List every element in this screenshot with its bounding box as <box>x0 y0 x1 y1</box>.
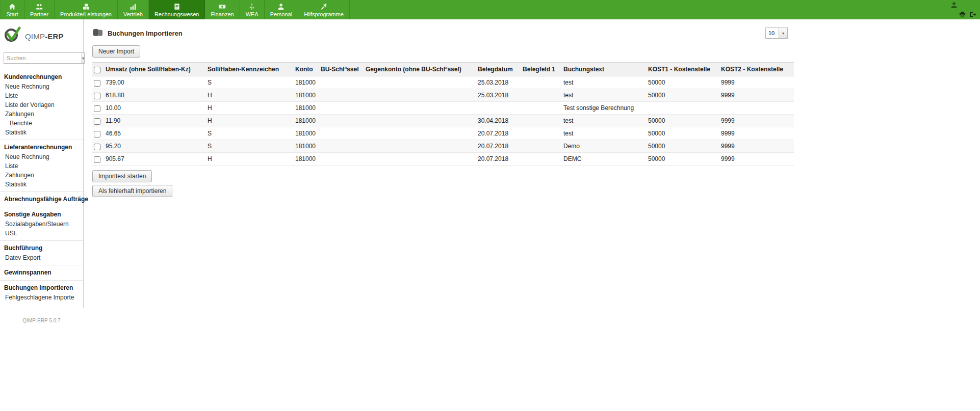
row-checkbox[interactable] <box>94 118 100 125</box>
sidebar-item-neue-rechnung[interactable]: Neue Rechnung <box>0 82 83 91</box>
version-label: QIMP-ERP 5.0.7 <box>0 318 83 323</box>
row-checkbox[interactable] <box>94 80 100 87</box>
sidebar-item-buchungen-importieren[interactable]: Buchungen Importieren <box>0 282 83 293</box>
sidebar-item-buchfuhrung[interactable]: Buchführung <box>0 242 83 253</box>
table-cell: 50000 <box>646 115 719 127</box>
sidebar-item-ust[interactable]: USt. <box>0 229 83 238</box>
table-cell <box>476 102 521 115</box>
sidebar-item-fehlgeschlagene-importe[interactable]: Fehlgeschlagene Importe <box>0 293 83 302</box>
column-header-umsatz-ohne-soll-haben-kz: Umsatz (ohne Soll/Haben-Kz) <box>104 63 205 76</box>
table-cell <box>319 115 364 127</box>
tab-label: Start <box>6 11 18 17</box>
table-body: 739.00S18100025.03.2018test500009999618.… <box>92 76 794 166</box>
row-checkbox[interactable] <box>94 144 100 150</box>
sidebar-item-berichte[interactable]: Berichte <box>0 119 83 128</box>
table-cell: 30.04.2018 <box>476 115 521 127</box>
menu-section-abrechnungsfahige-auftrage: Abrechnungsfähige Aufträge <box>0 191 83 207</box>
table-cell: 9999 <box>719 115 794 127</box>
sidebar-item-zahlungen[interactable]: Zahlungen <box>0 109 83 119</box>
row-select-cell <box>92 153 104 166</box>
logo-mark-icon <box>3 25 23 47</box>
table-cell: Demo <box>561 140 646 153</box>
column-header-kost1-kostenstelle: KOST1 - Kostenstelle <box>646 63 719 76</box>
new-import-button[interactable]: Neuer Import <box>92 45 140 58</box>
row-checkbox[interactable] <box>94 93 100 99</box>
select-all-checkbox[interactable] <box>94 67 100 73</box>
sidebar-item-liste[interactable]: Liste <box>0 161 83 171</box>
table-row: 905.67H18100020.07.2018DEMC500009999 <box>92 153 794 166</box>
tab-partner[interactable]: Partner <box>24 0 55 19</box>
table-row: 11.90H18100030.04.2018test500009999 <box>92 115 794 127</box>
page-size-select[interactable]: 10 ▾ <box>765 28 788 39</box>
page-size-value: 10 <box>765 28 779 39</box>
import-faulty-button[interactable]: Als fehlerhaft importieren <box>92 185 172 197</box>
table-cell <box>521 76 561 89</box>
tab-personal[interactable]: Personal <box>265 0 298 19</box>
table-cell <box>719 102 794 115</box>
menu-section-kundenrechnungen: KundenrechnungenNeue RechnungListeListe … <box>0 70 83 140</box>
sidebar-item-statistik[interactable]: Statistik <box>0 180 83 189</box>
tab-start[interactable]: Start <box>0 0 24 19</box>
tab-finanzen[interactable]: Finanzen <box>205 0 240 19</box>
table-cell <box>521 102 561 115</box>
sidebar-item-lieferantenrechnungen[interactable]: Lieferantenrechnungen <box>0 142 83 152</box>
table-cell: 618.80 <box>104 89 205 102</box>
table-row: 618.80H18100025.03.2018test500009999 <box>92 89 794 102</box>
column-header-buchungstext: Buchungstext <box>561 63 646 76</box>
table-cell: 50000 <box>646 76 719 89</box>
table-cell: 181000 <box>293 115 319 127</box>
row-checkbox[interactable] <box>94 131 100 138</box>
table-row: 10.00H181000Test sonstige Berechnung <box>92 102 794 115</box>
select-all-cell <box>92 63 104 76</box>
row-checkbox[interactable] <box>94 156 100 163</box>
import-table: Umsatz (ohne Soll/Haben-Kz)Soll/Haben-Ke… <box>92 62 794 166</box>
logo-text-secondary: -ERP <box>45 32 64 41</box>
topbar: StartPartnerProdukte/LeistungenVertriebR… <box>0 0 980 19</box>
row-select-cell <box>92 127 104 140</box>
table-cell <box>319 89 364 102</box>
tab-wea[interactable]: WEA <box>240 0 265 19</box>
table-cell: H <box>205 102 293 115</box>
logout-icon[interactable] <box>969 11 976 18</box>
sidebar-item-neue-rechnung[interactable]: Neue Rechnung <box>0 152 83 161</box>
table-cell: S <box>205 127 293 140</box>
sidebar-item-statistik[interactable]: Statistik <box>0 128 83 137</box>
table-cell: 181000 <box>293 76 319 89</box>
search-input[interactable] <box>4 52 82 64</box>
table-cell: 50000 <box>646 127 719 140</box>
table-cell: 46.65 <box>104 127 205 140</box>
table-cell <box>319 140 364 153</box>
table-cell <box>646 102 719 115</box>
user-icon[interactable] <box>950 2 958 10</box>
sidebar-item-sozialabgaben-steuern[interactable]: Sozialabgaben/Steuern <box>0 220 83 229</box>
sidebar-item-abrechnungsfahige-auftrage[interactable]: Abrechnungsfähige Aufträge <box>0 194 83 204</box>
row-select-cell <box>92 89 104 102</box>
wea-icon <box>248 2 255 10</box>
table-cell <box>521 127 561 140</box>
sidebar-item-gewinnspannen[interactable]: Gewinnspannen <box>0 267 83 278</box>
row-checkbox[interactable] <box>94 105 100 112</box>
sidebar-item-datev-export[interactable]: Datev Export <box>0 253 83 262</box>
partner-icon <box>36 2 43 10</box>
sidebar-item-kundenrechnungen[interactable]: Kundenrechnungen <box>0 71 83 82</box>
sidebar-item-zahlungen[interactable]: Zahlungen <box>0 171 83 180</box>
table-cell: 95.20 <box>104 140 205 153</box>
tab-rechnungswesen[interactable]: Rechnungswesen <box>149 0 205 19</box>
table-cell: 20.07.2018 <box>476 127 521 140</box>
tab-produkte-leistungen[interactable]: Produkte/Leistungen <box>55 0 118 19</box>
tab-label: Rechnungswesen <box>154 11 199 17</box>
import-test-button[interactable]: Importtest starten <box>92 170 152 182</box>
sidebar-item-liste-der-vorlagen[interactable]: Liste der Vorlagen <box>0 100 83 109</box>
table-cell <box>319 127 364 140</box>
app-logo: QIMP-ERP <box>0 23 83 52</box>
tab-hilfsprogramme[interactable]: Hilfsprogramme <box>298 0 350 19</box>
table-cell <box>521 115 561 127</box>
sidebar-item-sonstige-ausgaben[interactable]: Sonstige Ausgaben <box>0 209 83 220</box>
menu-section-buchfuhrung: BuchführungDatev Export <box>0 240 83 265</box>
tab-vertrieb[interactable]: Vertrieb <box>118 0 149 19</box>
table-cell <box>319 76 364 89</box>
printer-icon[interactable] <box>959 11 966 18</box>
table-cell <box>319 153 364 166</box>
sidebar-item-liste[interactable]: Liste <box>0 91 83 100</box>
table-cell <box>364 140 476 153</box>
